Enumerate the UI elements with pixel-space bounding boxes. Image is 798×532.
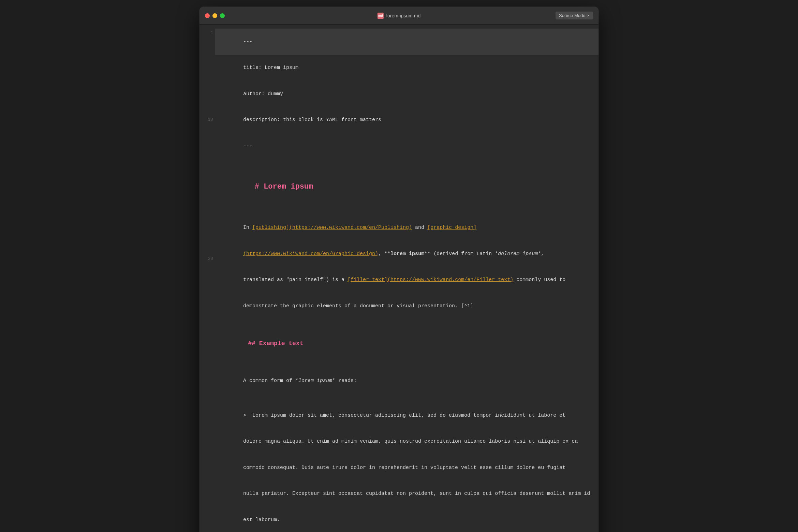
close-button[interactable] [205,13,210,18]
source-mode-label: Source Mode [559,13,585,18]
paragraph1-line1: In [publishing](https://www.wikiwand.com… [219,215,592,241]
editor-window: md lorem-ipsum.md Source Mode × 1 10 20 … [200,7,598,532]
yaml-title-line: title: Lorem ipsum [219,55,592,81]
source-mode-button[interactable]: Source Mode × [556,12,593,19]
paragraph1-line2: (https://www.wikiwand.com/en/Graphic_des… [219,241,592,267]
h1-line: # Lorem ipsum [219,168,592,206]
yaml-close-line: --- [219,133,592,159]
window-title: lorem-ipsum.md [386,13,420,18]
source-mode-close-icon: × [587,13,590,18]
paragraph1-line3: translated as "pain itself") is a [fille… [219,267,592,293]
yaml-open-line: --- [215,29,598,55]
content-area[interactable]: --- title: Lorem ipsum author: dummy des… [219,29,598,532]
link3[interactable]: [filler text](https://www.wikiwand.com/e… [348,277,513,283]
link2-cont[interactable]: (https://www.wikiwand.com/en/Graphic_des… [243,251,378,257]
empty-line-5 [219,394,592,403]
maximize-button[interactable] [220,13,225,18]
yaml-description-line: description: this block is YAML front ma… [219,107,592,133]
titlebar: md lorem-ipsum.md Source Mode × [200,7,598,25]
line-numbers: 1 10 20 [200,29,219,532]
line-num-1: 1 [200,29,213,38]
blockquote-line2: dolore magna aliqua. Ut enim ad minim ve… [219,429,592,455]
line-num-20: 20 [200,254,213,263]
empty-line-2 [219,206,592,215]
empty-line-3 [219,319,592,328]
yaml-author-line: author: dummy [219,81,592,107]
editor-area[interactable]: 1 10 20 --- title: Lorem ipsum author: d… [200,25,598,532]
blockquote-line1: > Lorem ipsum dolor sit amet, consectetu… [219,402,592,429]
titlebar-center: md lorem-ipsum.md [378,13,420,19]
blockquote-line3: commodo consequat. Duis aute irure dolor… [219,455,592,481]
line-num-10: 10 [200,116,213,124]
minimize-button[interactable] [212,13,217,18]
paragraph1-line4: demonstrate the graphic elements of a do… [219,293,592,319]
empty-line-1 [219,159,592,168]
traffic-lights [205,13,225,18]
link1[interactable]: [publishing](https://www.wikiwand.com/en… [252,225,412,231]
blockquote-line4: nulla pariatur. Excepteur sint occaecat … [219,481,592,507]
link2[interactable]: [graphic design] [427,225,476,231]
file-icon: md [378,13,384,19]
h2-line: ## Example text [219,328,592,359]
paragraph2-line: A common form of *lorem ipsum* reads: [219,368,592,394]
empty-line-4 [219,359,592,368]
blockquote-line5: est laborum. [219,507,592,532]
